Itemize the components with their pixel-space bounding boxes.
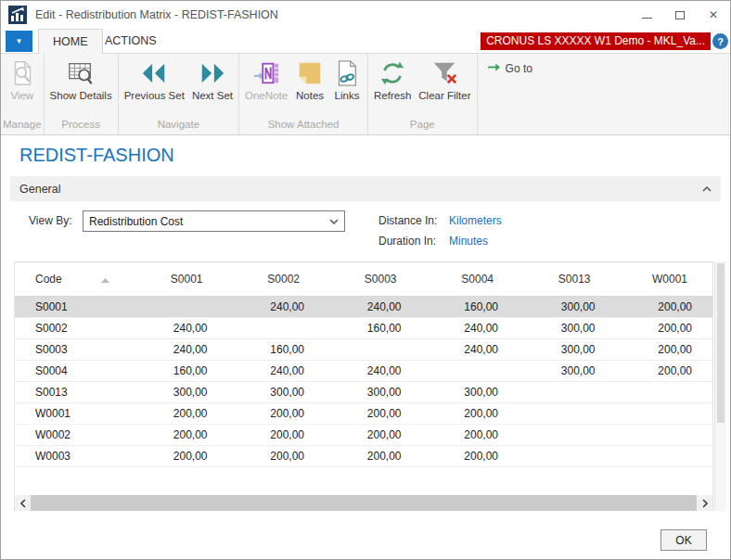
row-code-cell[interactable]: S0002 xyxy=(15,318,131,339)
show-details-button[interactable]: Show Details xyxy=(46,57,116,104)
column-header-s0002[interactable]: S0002 xyxy=(228,262,326,297)
row-code-cell[interactable]: S0001 xyxy=(15,297,131,318)
help-icon[interactable]: ? xyxy=(712,33,728,49)
previous-set-button[interactable]: Previous Set xyxy=(121,57,188,104)
links-button[interactable]: Links xyxy=(328,57,366,104)
clear-filter-button[interactable]: Clear Filter xyxy=(415,57,474,104)
matrix-cell[interactable]: 300,00 xyxy=(131,382,228,403)
matrix-cell[interactable]: 160,00 xyxy=(228,339,326,361)
maximize-button[interactable] xyxy=(663,1,697,29)
duration-in-value[interactable]: Minutes xyxy=(449,235,488,248)
row-code-cell[interactable]: S0004 xyxy=(15,361,131,382)
matrix-cell[interactable]: 240,00 xyxy=(325,361,422,382)
next-set-button[interactable]: Next Set xyxy=(188,57,237,104)
row-code-cell[interactable]: W0001 xyxy=(15,403,131,425)
matrix-cell[interactable]: 300,00 xyxy=(519,339,616,361)
matrix-cell[interactable]: 300,00 xyxy=(519,361,616,382)
row-code-cell[interactable]: S0013 xyxy=(15,382,131,403)
table-row[interactable]: W0003 200,00 200,00 200,00 200,00 xyxy=(15,446,712,467)
matrix-cell[interactable]: 200,00 xyxy=(131,425,228,446)
matrix-cell[interactable]: 200,00 xyxy=(422,446,519,467)
column-header-code[interactable]: Code xyxy=(15,262,131,297)
matrix-cell[interactable]: 240,00 xyxy=(422,339,519,361)
matrix-cell[interactable]: 300,00 xyxy=(422,382,519,403)
matrix-cell[interactable]: 240,00 xyxy=(422,318,519,339)
ok-button[interactable]: OK xyxy=(660,529,707,551)
table-row[interactable]: S0003 240,00 160,00 240,00 300,00 200,00 xyxy=(15,339,712,361)
matrix-cell[interactable] xyxy=(519,446,616,467)
matrix-cell[interactable]: 200,00 xyxy=(616,318,713,339)
scroll-left-icon[interactable] xyxy=(15,495,31,511)
matrix-cell[interactable]: 160,00 xyxy=(131,361,228,382)
matrix-cell[interactable]: 200,00 xyxy=(131,403,228,425)
matrix-cell[interactable] xyxy=(616,425,713,446)
column-header-w0001[interactable]: W0001 xyxy=(616,262,713,297)
row-code-cell[interactable]: W0002 xyxy=(15,425,131,446)
matrix-cell[interactable]: 160,00 xyxy=(422,297,519,318)
general-section-header[interactable]: General xyxy=(10,176,721,201)
matrix-cell[interactable] xyxy=(616,446,713,467)
tab-actions[interactable]: ACTIONS xyxy=(91,29,171,54)
matrix-cell[interactable]: 240,00 xyxy=(131,339,228,361)
matrix-cell[interactable] xyxy=(422,361,519,382)
view-by-select[interactable]: Redistribution Cost xyxy=(83,210,345,232)
close-button[interactable]: ✕ xyxy=(697,1,730,29)
matrix-cell[interactable]: 200,00 xyxy=(325,446,422,467)
matrix-cell[interactable]: 200,00 xyxy=(228,446,326,467)
column-header-s0003[interactable]: S0003 xyxy=(325,262,422,297)
matrix-cell[interactable] xyxy=(131,297,228,318)
matrix-cell[interactable]: 240,00 xyxy=(228,361,326,382)
matrix-cell[interactable]: 200,00 xyxy=(616,361,713,382)
matrix-cell[interactable]: 200,00 xyxy=(228,403,326,425)
goto-button[interactable]: Go to xyxy=(487,61,532,76)
matrix-cell[interactable] xyxy=(325,339,422,361)
matrix-cell[interactable]: 200,00 xyxy=(325,403,422,425)
matrix-cell[interactable]: 200,00 xyxy=(422,403,519,425)
matrix-cell[interactable]: 240,00 xyxy=(325,297,422,318)
matrix-cell[interactable]: 160,00 xyxy=(325,318,422,339)
horizontal-scroll-thumb[interactable] xyxy=(31,495,697,511)
matrix-cell[interactable]: 200,00 xyxy=(616,297,713,318)
horizontal-scrollbar[interactable] xyxy=(15,495,712,511)
matrix-cell[interactable]: 300,00 xyxy=(228,382,326,403)
notes-button[interactable]: Notes xyxy=(291,57,328,104)
view-button[interactable]: View xyxy=(4,57,41,104)
matrix-cell[interactable]: 240,00 xyxy=(228,297,326,318)
matrix-cell[interactable]: 200,00 xyxy=(422,425,519,446)
row-code-cell[interactable]: S0003 xyxy=(15,339,131,361)
vertical-scroll-thumb[interactable] xyxy=(717,263,725,423)
matrix-cell[interactable] xyxy=(616,382,713,403)
minimize-button[interactable] xyxy=(630,1,663,29)
matrix-cell[interactable]: 200,00 xyxy=(228,425,326,446)
column-header-s0001[interactable]: S0001 xyxy=(131,262,228,297)
matrix-cell[interactable]: 240,00 xyxy=(131,318,228,339)
scroll-right-icon[interactable] xyxy=(697,495,712,511)
matrix-cell[interactable]: 200,00 xyxy=(131,446,228,467)
distance-in-value[interactable]: Kilometers xyxy=(449,214,502,227)
matrix-cell[interactable] xyxy=(519,425,616,446)
matrix-cell[interactable]: 300,00 xyxy=(325,382,422,403)
table-row[interactable]: S0013 300,00 300,00 300,00 300,00 xyxy=(15,382,712,403)
onenote-button[interactable]: OneNote xyxy=(241,57,291,104)
table-row[interactable]: S0001 240,00 240,00 160,00 300,00 200,00 xyxy=(15,297,712,318)
table-row[interactable]: S0002 240,00 160,00 240,00 300,00 200,00 xyxy=(15,318,712,339)
collapse-chevron-icon[interactable] xyxy=(702,186,712,192)
refresh-icon xyxy=(378,58,407,88)
row-code-cell[interactable]: W0003 xyxy=(15,446,131,467)
refresh-button[interactable]: Refresh xyxy=(370,57,415,104)
application-menu-button[interactable]: ▼ xyxy=(6,31,32,52)
matrix-cell[interactable]: 200,00 xyxy=(616,339,713,361)
matrix-cell[interactable] xyxy=(228,318,326,339)
matrix-cell[interactable] xyxy=(519,403,616,425)
matrix-cell[interactable] xyxy=(519,382,616,403)
vertical-scrollbar[interactable] xyxy=(714,261,726,511)
matrix-cell[interactable]: 300,00 xyxy=(519,297,616,318)
column-header-s0004[interactable]: S0004 xyxy=(422,262,519,297)
matrix-cell[interactable]: 200,00 xyxy=(325,425,422,446)
column-header-s0013[interactable]: S0013 xyxy=(519,262,616,297)
matrix-cell[interactable] xyxy=(616,403,713,425)
table-row[interactable]: S0004 160,00 240,00 240,00 300,00 200,00 xyxy=(15,361,712,382)
matrix-cell[interactable]: 300,00 xyxy=(519,318,616,339)
table-row[interactable]: W0002 200,00 200,00 200,00 200,00 xyxy=(15,425,712,446)
table-row[interactable]: W0001 200,00 200,00 200,00 200,00 xyxy=(15,403,712,425)
